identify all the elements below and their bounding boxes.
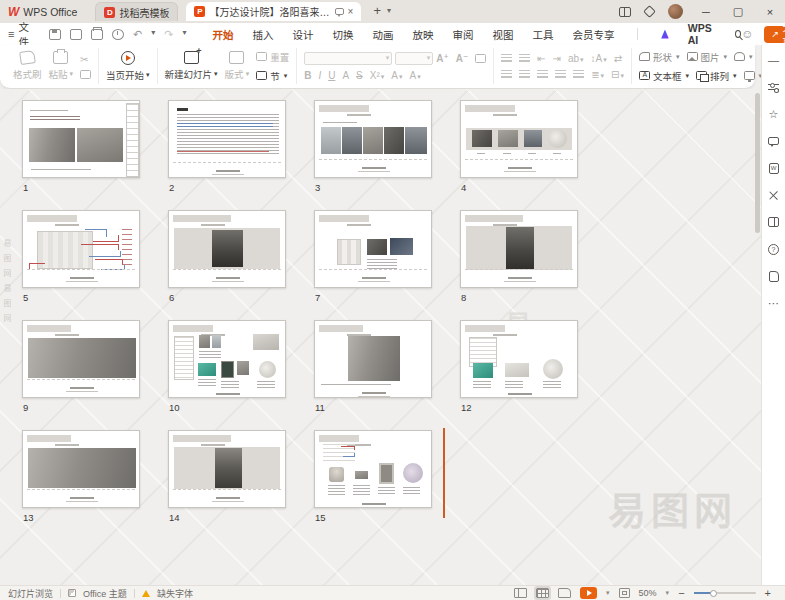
redo-icon[interactable]: ↷ bbox=[164, 28, 173, 41]
slide-8[interactable]: 8 bbox=[460, 210, 578, 288]
underline-button[interactable]: U bbox=[328, 70, 335, 81]
canvas-scrollbar[interactable] bbox=[755, 91, 760, 583]
more-icon[interactable]: ⋯ bbox=[766, 296, 782, 310]
shapes-button[interactable]: 形状 bbox=[639, 50, 680, 64]
play-from-current-button[interactable]: 当页开始 bbox=[106, 51, 150, 82]
quick-access-caret-icon[interactable]: ▾ bbox=[182, 28, 186, 37]
outdent-icon[interactable]: ⇤ bbox=[537, 53, 545, 64]
split-view-icon[interactable] bbox=[619, 7, 631, 17]
slide-2[interactable]: 2 bbox=[168, 100, 286, 178]
print-icon[interactable] bbox=[91, 29, 103, 40]
export-pdf-icon[interactable] bbox=[70, 29, 82, 40]
strikethrough-button[interactable]: S bbox=[356, 70, 363, 81]
arrange-button[interactable]: 排列 bbox=[696, 69, 737, 83]
tab-design[interactable]: 设计 bbox=[292, 27, 313, 42]
zoom-level[interactable]: 50% bbox=[639, 588, 657, 598]
zoom-in-button[interactable]: + bbox=[765, 587, 771, 599]
properties-icon[interactable] bbox=[766, 80, 782, 94]
slide-11[interactable]: 11 bbox=[314, 320, 432, 398]
convert-icon[interactable]: ⇄ bbox=[614, 53, 622, 64]
align-distribute-icon[interactable] bbox=[573, 70, 584, 79]
normal-view-button[interactable] bbox=[514, 588, 527, 598]
resources-icon[interactable] bbox=[766, 269, 782, 283]
maximize-button[interactable]: ▢ bbox=[729, 5, 747, 18]
font-size-select[interactable] bbox=[395, 52, 433, 65]
italic-button[interactable]: I bbox=[318, 70, 321, 81]
comment-icon[interactable] bbox=[335, 8, 344, 15]
slide-10[interactable]: 10 bbox=[168, 320, 286, 398]
paragraph-settings-icon[interactable]: ⊟ bbox=[611, 69, 624, 80]
theme-label[interactable]: Office 主题 bbox=[83, 587, 127, 600]
picture-button[interactable]: 图片 bbox=[687, 50, 728, 64]
numbered-list-icon[interactable] bbox=[519, 54, 530, 63]
slide-15[interactable]: 15 bbox=[314, 430, 432, 508]
slide-5[interactable]: 5 bbox=[22, 210, 140, 288]
app-name[interactable]: WPS Office bbox=[23, 6, 77, 18]
view-mode-label[interactable]: 幻灯片浏览 bbox=[8, 587, 53, 600]
slide-6[interactable]: 6 bbox=[168, 210, 286, 288]
zoom-slider[interactable] bbox=[694, 592, 756, 594]
align-center-icon[interactable] bbox=[519, 70, 530, 79]
screen-button[interactable] bbox=[744, 71, 763, 80]
clear-format-icon[interactable] bbox=[475, 54, 486, 63]
tab-list-caret-icon[interactable]: ▾ bbox=[387, 6, 391, 15]
collapse-sidebar-icon[interactable]: — bbox=[766, 53, 782, 67]
tools-icon[interactable] bbox=[766, 188, 782, 202]
print-preview-icon[interactable] bbox=[112, 29, 124, 40]
template-library-icon[interactable]: W bbox=[766, 161, 782, 175]
slide-3[interactable]: 3 bbox=[314, 100, 432, 178]
reset-button[interactable]: 重置 bbox=[256, 50, 289, 64]
textbox-button[interactable]: 文本框 bbox=[639, 69, 689, 83]
paste-button[interactable]: 粘贴 bbox=[49, 51, 74, 81]
cut-icon[interactable]: ✂ bbox=[80, 54, 91, 65]
tab-insert[interactable]: 插入 bbox=[252, 27, 273, 42]
layout-button[interactable]: 版式 bbox=[225, 51, 250, 81]
share-button[interactable]: ↗ 分享 bbox=[764, 26, 785, 43]
copy-icon[interactable] bbox=[80, 70, 91, 79]
search-icon[interactable] bbox=[735, 30, 742, 38]
line-spacing-icon[interactable]: ↕A bbox=[591, 53, 607, 64]
tab-review[interactable]: 审阅 bbox=[452, 27, 473, 42]
text-direction-icon[interactable]: ab bbox=[568, 53, 584, 64]
increase-font-icon[interactable]: A⁺ bbox=[436, 53, 449, 64]
tab-docer-templates[interactable]: D 找稻壳模板 bbox=[95, 2, 178, 21]
bullet-list-icon[interactable] bbox=[501, 54, 512, 63]
contacts-book-icon[interactable] bbox=[766, 215, 782, 229]
wps-ai-label[interactable]: WPS AI bbox=[688, 22, 716, 46]
new-slide-button[interactable]: 新建幻灯片 bbox=[165, 51, 218, 81]
font-family-select[interactable] bbox=[304, 52, 392, 65]
slide-1[interactable]: 1 bbox=[22, 100, 140, 178]
slide-sorter-canvas[interactable]: 易图网易图网 易 易图网 1 2 bbox=[0, 89, 761, 585]
undo-caret-icon[interactable]: ▾ bbox=[151, 28, 155, 37]
workspace-icon[interactable] bbox=[643, 5, 656, 18]
align-right-icon[interactable] bbox=[537, 70, 548, 79]
slide-sorter-view-button[interactable] bbox=[536, 588, 549, 598]
slide-14[interactable]: 14 bbox=[168, 430, 286, 508]
slide-12[interactable]: 12 bbox=[460, 320, 578, 398]
zoom-out-button[interactable]: − bbox=[678, 587, 684, 599]
undo-icon[interactable]: ↶ bbox=[133, 28, 142, 41]
slide-4[interactable]: 4 bbox=[460, 100, 578, 178]
font-color-button[interactable]: A bbox=[391, 70, 402, 81]
close-button[interactable]: × bbox=[761, 6, 779, 18]
minimize-button[interactable]: ─ bbox=[697, 6, 715, 18]
highlight-color-button[interactable]: A bbox=[409, 70, 420, 81]
reading-view-button[interactable] bbox=[558, 588, 571, 598]
play-options-caret-icon[interactable]: ▾ bbox=[606, 589, 610, 597]
new-tab-button[interactable]: + bbox=[373, 3, 381, 18]
align-left-icon[interactable] bbox=[501, 70, 512, 79]
missing-fonts-label[interactable]: 缺失字体 bbox=[157, 587, 193, 600]
align-justify-icon[interactable] bbox=[555, 70, 566, 79]
bold-button[interactable]: B bbox=[304, 70, 311, 81]
tab-animations[interactable]: 动画 bbox=[372, 27, 393, 42]
save-icon[interactable] bbox=[49, 29, 61, 40]
slide-7[interactable]: 7 bbox=[314, 210, 432, 288]
tab-transitions[interactable]: 切换 bbox=[332, 27, 353, 42]
comments-icon[interactable] bbox=[766, 134, 782, 148]
indent-icon[interactable]: ⇥ bbox=[553, 53, 561, 64]
section-button[interactable]: 节 bbox=[256, 69, 289, 83]
slideshow-play-button[interactable] bbox=[580, 587, 597, 599]
tab-slideshow[interactable]: 放映 bbox=[412, 27, 433, 42]
line-options-icon[interactable]: ≣ bbox=[591, 69, 604, 80]
fit-to-window-icon[interactable] bbox=[619, 588, 630, 598]
